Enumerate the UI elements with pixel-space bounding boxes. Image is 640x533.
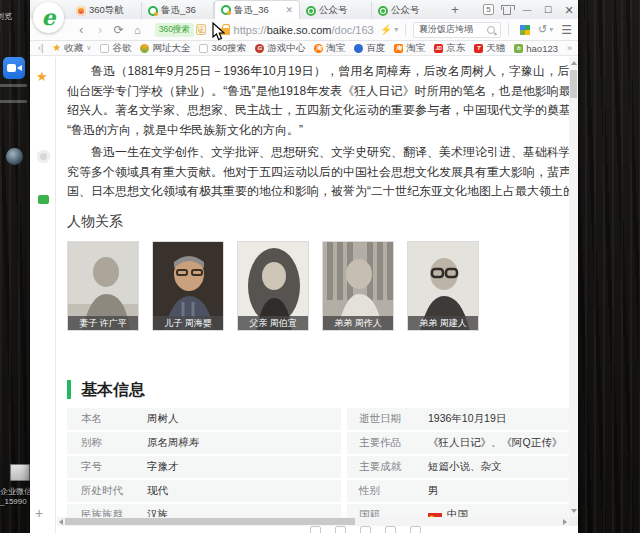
photo-caption: 父亲 周伯宜 xyxy=(238,316,308,330)
scroll-right-icon[interactable] xyxy=(563,519,567,525)
bookmark-360search[interactable]: 360搜索 xyxy=(199,42,246,55)
restore-closed-tab-icon[interactable]: ↺ xyxy=(538,23,547,36)
bookmark-jd[interactable]: JD 京东 xyxy=(434,42,465,55)
favorite-page-star-icon[interactable]: ★ xyxy=(36,69,48,84)
tab-favicon-so-icon xyxy=(221,5,231,15)
favorites-label: 收藏 xyxy=(64,42,83,55)
photo-brother-jianren[interactable]: 弟弟 周建人 xyxy=(407,241,479,331)
tab-favicon-mp-icon xyxy=(378,6,388,16)
info-label: 逝世日期 xyxy=(347,408,422,430)
browser-window: e 360导航 鲁迅_36 鲁迅_36 ✕ 公众号 公众号 + xyxy=(30,0,578,533)
tab-360-nav[interactable]: 360导航 xyxy=(70,2,142,19)
photo-brother-zuoren[interactable]: 弟弟 周作人 xyxy=(322,241,394,331)
minimize-button[interactable]: — xyxy=(520,1,534,19)
tab-favicon-mp-icon xyxy=(306,6,316,16)
chevron-down-icon: ∨ xyxy=(86,44,91,52)
tab-mp-1[interactable]: 公众号 xyxy=(300,2,372,19)
baidu-icon xyxy=(354,44,363,53)
photo-son[interactable]: 儿子 周海婴 xyxy=(152,241,224,331)
bookmark-label: 淘宝 xyxy=(406,42,425,55)
screenshot-icon[interactable] xyxy=(37,150,50,163)
bookmark-label: 淘宝 xyxy=(326,42,345,55)
relations-photos: 妻子 许广平 儿子 周 xyxy=(67,241,569,331)
info-value: 1936年10月19日 xyxy=(422,408,569,430)
collapse-bookmarks-icon[interactable]: ‹| xyxy=(38,43,43,53)
info-value: 原名周樟寿 xyxy=(141,432,341,454)
tab-close-icon[interactable]: ✕ xyxy=(285,5,293,15)
tab-mp-2[interactable]: 公众号 xyxy=(372,2,444,19)
url-host: baike.so.com xyxy=(267,24,332,36)
bookmark-gamecenter[interactable]: G 游戏中心 xyxy=(255,42,305,55)
info-value: 短篇小说、杂文 xyxy=(422,456,569,478)
share-image-icon[interactable] xyxy=(38,195,49,204)
basic-info-title: 基本信息 xyxy=(67,380,569,399)
scrollbar-corner xyxy=(569,517,578,526)
desktop-video-app-icon[interactable] xyxy=(3,57,25,79)
bookmark-tmall[interactable]: T 天猫 xyxy=(474,42,505,55)
vertical-scroll-thumb[interactable] xyxy=(570,70,577,98)
intro-paragraph-2: 鲁迅一生在文学创作、文学批评、思想研究、文学史研究、翻译、美术理论引进、基础科学… xyxy=(67,143,569,202)
forward-button[interactable]: › xyxy=(91,23,110,37)
refresh-button[interactable]: ⟳ xyxy=(109,23,128,37)
flash-plugin-icon[interactable]: ⚡ xyxy=(380,24,392,35)
jd-icon: JD xyxy=(434,44,443,53)
photo-wife[interactable]: 妻子 许广平 xyxy=(67,241,139,331)
wecom-file-icon[interactable] xyxy=(10,464,30,481)
photo-father[interactable]: 父亲 周伯宜 xyxy=(237,241,309,331)
wecom-file-label-1: 企业微信 xyxy=(0,486,32,497)
close-button[interactable]: ✕ xyxy=(562,1,576,19)
browser-logo-icon[interactable]: e xyxy=(33,2,64,33)
tab-luxun-1[interactable]: 鲁迅_36 xyxy=(142,2,214,19)
new-tab-button[interactable]: + xyxy=(444,2,466,19)
side-toolbar: ★ + xyxy=(30,57,56,533)
bookmark-taobao-2[interactable]: 淘 淘宝 xyxy=(394,42,425,55)
table-row: 本名 周树人 逝世日期 1936年10月19日 xyxy=(67,408,569,430)
chevron-down-icon[interactable]: ▾ xyxy=(394,25,398,34)
tab-label: 鲁迅_36 xyxy=(161,4,196,17)
photo-caption: 妻子 许广平 xyxy=(68,316,138,330)
info-value: 男 xyxy=(422,480,569,502)
site-type-badge[interactable]: 360搜索 xyxy=(155,23,194,37)
menu-icon[interactable]: ☰ xyxy=(561,23,572,37)
chevron-down-icon[interactable]: ▾ xyxy=(549,25,553,34)
favorites-button[interactable]: ★ 收藏 ∨ xyxy=(52,42,91,55)
basic-info-table: 本名 周树人 逝世日期 1936年10月19日 别称 原名周樟寿 主要作品 《狂… xyxy=(67,408,569,518)
info-label: 民族族群 xyxy=(67,504,141,518)
tab-luxun-active[interactable]: 鲁迅_36 ✕ xyxy=(214,0,300,19)
bookmarks-overflow-icon[interactable]: » xyxy=(567,43,572,53)
maximize-button[interactable]: ☐ xyxy=(541,1,555,19)
search-value: 襄汾饭店垮塌 xyxy=(419,23,483,36)
scroll-down-icon[interactable] xyxy=(571,509,577,513)
back-button[interactable]: ‹ xyxy=(72,23,91,37)
status-bar-icons[interactable] xyxy=(310,526,421,533)
horizontal-scroll-thumb[interactable] xyxy=(65,518,355,525)
scroll-left-icon[interactable] xyxy=(59,519,63,525)
horizontal-scrollbar[interactable] xyxy=(57,517,569,526)
extension-grid-icon[interactable] xyxy=(520,25,530,35)
info-label: 所处时代 xyxy=(67,480,141,502)
address-search-input[interactable]: 襄汾饭店垮塌 xyxy=(413,22,501,38)
bookmark-google[interactable]: 谷歌 xyxy=(100,42,131,55)
wecom-file-label-2: _15990 xyxy=(0,497,27,506)
cert-icon[interactable]: 证 xyxy=(196,24,206,35)
info-value: 汉族 xyxy=(141,504,341,518)
vertical-scrollbar[interactable] xyxy=(569,57,578,517)
add-tool-button[interactable]: + xyxy=(35,505,43,521)
home-button[interactable]: ⌂ xyxy=(128,24,147,36)
url-text[interactable]: https://baike.so.com/doc/163 xyxy=(234,24,374,36)
desktop-icon-text-smudge xyxy=(0,100,27,103)
search-icon[interactable] xyxy=(487,26,495,34)
bookmark-wangzhi[interactable]: 网址大全 xyxy=(140,42,190,55)
skin-theme-icon[interactable] xyxy=(501,5,513,15)
info-value: 周树人 xyxy=(141,408,341,430)
session-count-badge[interactable]: 5 xyxy=(483,4,494,15)
bookmark-taobao-1[interactable]: 淘 淘宝 xyxy=(314,42,345,55)
divider xyxy=(405,23,406,36)
bookmark-hao123[interactable]: h hao123 xyxy=(514,43,558,54)
bookmark-baidu[interactable]: 百度 xyxy=(354,42,385,55)
bookmark-label: 网址大全 xyxy=(152,42,190,55)
scroll-up-icon[interactable] xyxy=(571,61,577,65)
tab-label: 公众号 xyxy=(319,4,348,17)
content-viewport: 鲁迅（1881年9月25日－1936年10月19日），曾用名周樟寿，后改名周树人… xyxy=(57,57,569,517)
desktop-round-app-icon[interactable] xyxy=(6,148,23,165)
